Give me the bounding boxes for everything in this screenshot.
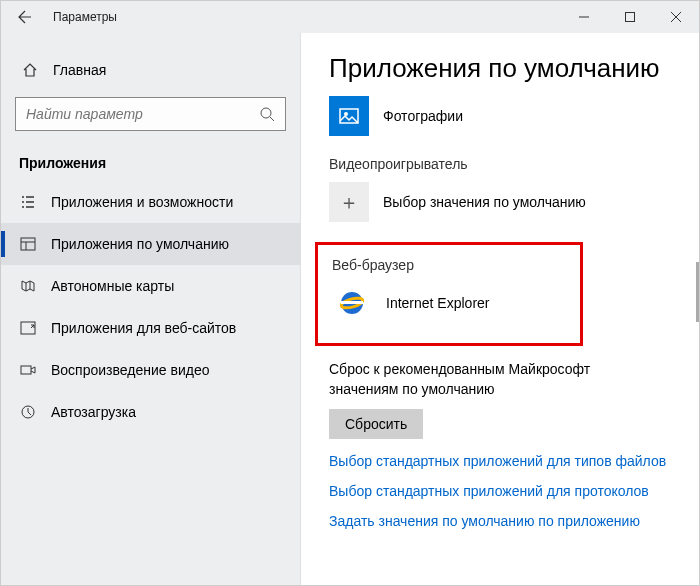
home-icon xyxy=(21,61,39,79)
website-icon xyxy=(19,319,37,337)
page-title: Приложения по умолчанию xyxy=(329,53,681,84)
map-icon xyxy=(19,277,37,295)
browser-category-label: Веб-браузер xyxy=(332,257,566,273)
arrow-left-icon xyxy=(17,9,33,25)
defaults-icon xyxy=(19,235,37,253)
search-input[interactable] xyxy=(26,106,259,122)
reset-button[interactable]: Сбросить xyxy=(329,409,423,439)
browser-row[interactable]: Internet Explorer xyxy=(332,283,566,323)
minimize-button[interactable] xyxy=(561,1,607,33)
back-button[interactable] xyxy=(1,1,49,33)
nav-default-apps[interactable]: Приложения по умолчанию xyxy=(1,223,300,265)
nav-apps-websites[interactable]: Приложения для веб-сайтов xyxy=(1,307,300,349)
startup-icon xyxy=(19,403,37,421)
photo-viewer-row[interactable]: Фотографии xyxy=(329,96,681,136)
svg-line-3 xyxy=(270,117,274,121)
home-label: Главная xyxy=(53,62,106,78)
svg-rect-5 xyxy=(21,322,35,334)
video-icon xyxy=(19,361,37,379)
nav-label: Приложения и возможности xyxy=(51,194,233,210)
reset-description: Сброс к рекомендованным Майкрософт значе… xyxy=(329,360,681,399)
home-nav[interactable]: Главная xyxy=(1,51,300,89)
main-panel: Приложения по умолчанию Фотографии Видео… xyxy=(301,33,699,585)
section-header: Приложения xyxy=(1,139,300,181)
scrollbar[interactable] xyxy=(695,73,699,545)
browser-highlight: Веб-браузер Internet Explorer xyxy=(315,242,583,346)
nav-label: Автономные карты xyxy=(51,278,174,294)
video-choose-label: Выбор значения по умолчанию xyxy=(383,194,586,210)
photos-app-label: Фотографии xyxy=(383,108,463,124)
svg-rect-4 xyxy=(21,238,35,250)
titlebar: Параметры xyxy=(1,1,699,33)
photos-app-icon xyxy=(329,96,369,136)
ie-icon xyxy=(332,283,372,323)
window-controls xyxy=(561,1,699,33)
svg-rect-6 xyxy=(21,366,31,374)
list-icon xyxy=(19,193,37,211)
sidebar: Главная Приложения Приложения и возможно… xyxy=(1,33,301,585)
nav-label: Автозагрузка xyxy=(51,404,136,420)
maximize-button[interactable] xyxy=(607,1,653,33)
nav-offline-maps[interactable]: Автономные карты xyxy=(1,265,300,307)
search-icon xyxy=(259,106,275,122)
svg-rect-1 xyxy=(626,13,635,22)
nav-startup[interactable]: Автозагрузка xyxy=(1,391,300,433)
browser-app-label: Internet Explorer xyxy=(386,295,490,311)
video-player-row[interactable]: ＋ Выбор значения по умолчанию xyxy=(329,182,681,222)
search-box[interactable] xyxy=(15,97,286,131)
svg-point-2 xyxy=(261,108,271,118)
svg-rect-12 xyxy=(341,301,363,304)
nav-apps-features[interactable]: Приложения и возможности xyxy=(1,181,300,223)
video-category-label: Видеопроигрыватель xyxy=(329,156,681,172)
link-protocols[interactable]: Выбор стандартных приложений для протоко… xyxy=(329,483,681,499)
close-button[interactable] xyxy=(653,1,699,33)
window-title: Параметры xyxy=(53,10,117,24)
link-by-app[interactable]: Задать значения по умолчанию по приложен… xyxy=(329,513,681,529)
nav-label: Приложения для веб-сайтов xyxy=(51,320,236,336)
plus-icon: ＋ xyxy=(329,182,369,222)
link-file-types[interactable]: Выбор стандартных приложений для типов ф… xyxy=(329,453,681,469)
nav-label: Приложения по умолчанию xyxy=(51,236,229,252)
scrollbar-thumb[interactable] xyxy=(696,262,699,322)
nav-label: Воспроизведение видео xyxy=(51,362,209,378)
nav-video-playback[interactable]: Воспроизведение видео xyxy=(1,349,300,391)
